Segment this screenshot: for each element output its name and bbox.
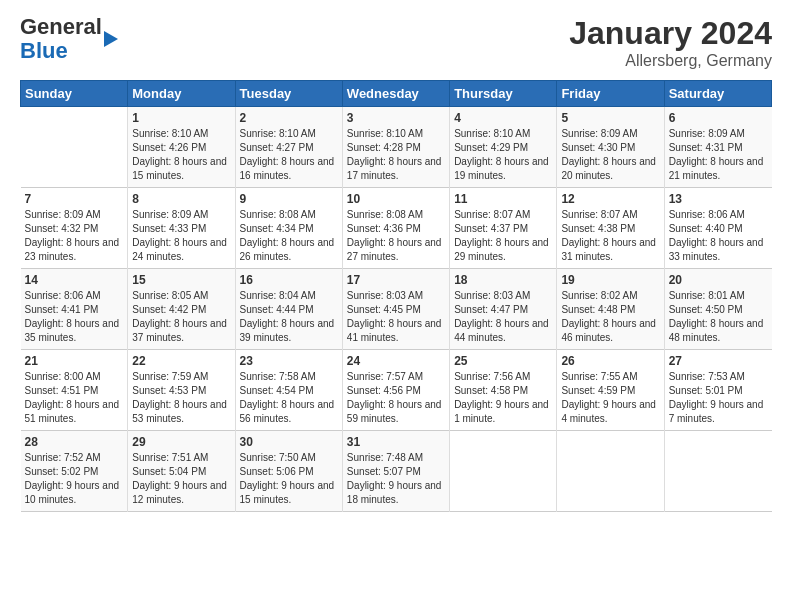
- cell-w2-d2: 16Sunrise: 8:04 AMSunset: 4:44 PMDayligh…: [235, 269, 342, 350]
- cell-w1-d1: 8Sunrise: 8:09 AMSunset: 4:33 PMDaylight…: [128, 188, 235, 269]
- main-container: General Blue January 2024 Allersberg, Ge…: [0, 0, 792, 522]
- cell-w2-d3: 17Sunrise: 8:03 AMSunset: 4:45 PMDayligh…: [342, 269, 449, 350]
- logo: General Blue: [20, 15, 118, 63]
- cell-w3-d0: 21Sunrise: 8:00 AMSunset: 4:51 PMDayligh…: [21, 350, 128, 431]
- week-row-3: 21Sunrise: 8:00 AMSunset: 4:51 PMDayligh…: [21, 350, 772, 431]
- logo-arrow: [104, 31, 118, 47]
- cell-w0-d4: 4Sunrise: 8:10 AMSunset: 4:29 PMDaylight…: [450, 107, 557, 188]
- week-row-1: 7Sunrise: 8:09 AMSunset: 4:32 PMDaylight…: [21, 188, 772, 269]
- location: Allersberg, Germany: [569, 52, 772, 70]
- week-row-0: 1Sunrise: 8:10 AMSunset: 4:26 PMDaylight…: [21, 107, 772, 188]
- cell-w1-d4: 11Sunrise: 8:07 AMSunset: 4:37 PMDayligh…: [450, 188, 557, 269]
- title-block: January 2024 Allersberg, Germany: [569, 15, 772, 70]
- logo-text-block: General Blue: [20, 15, 118, 63]
- cell-w2-d6: 20Sunrise: 8:01 AMSunset: 4:50 PMDayligh…: [664, 269, 771, 350]
- col-friday: Friday: [557, 81, 664, 107]
- cell-w0-d3: 3Sunrise: 8:10 AMSunset: 4:28 PMDaylight…: [342, 107, 449, 188]
- cell-w4-d3: 31Sunrise: 7:48 AMSunset: 5:07 PMDayligh…: [342, 431, 449, 512]
- header: General Blue January 2024 Allersberg, Ge…: [20, 15, 772, 70]
- col-monday: Monday: [128, 81, 235, 107]
- cell-w3-d3: 24Sunrise: 7:57 AMSunset: 4:56 PMDayligh…: [342, 350, 449, 431]
- week-row-2: 14Sunrise: 8:06 AMSunset: 4:41 PMDayligh…: [21, 269, 772, 350]
- cell-w1-d0: 7Sunrise: 8:09 AMSunset: 4:32 PMDaylight…: [21, 188, 128, 269]
- cell-w4-d0: 28Sunrise: 7:52 AMSunset: 5:02 PMDayligh…: [21, 431, 128, 512]
- cell-w1-d6: 13Sunrise: 8:06 AMSunset: 4:40 PMDayligh…: [664, 188, 771, 269]
- cell-w3-d4: 25Sunrise: 7:56 AMSunset: 4:58 PMDayligh…: [450, 350, 557, 431]
- cell-w1-d5: 12Sunrise: 8:07 AMSunset: 4:38 PMDayligh…: [557, 188, 664, 269]
- cell-w4-d5: [557, 431, 664, 512]
- col-saturday: Saturday: [664, 81, 771, 107]
- col-thursday: Thursday: [450, 81, 557, 107]
- logo-general: General Blue: [20, 15, 102, 63]
- cell-w1-d2: 9Sunrise: 8:08 AMSunset: 4:34 PMDaylight…: [235, 188, 342, 269]
- cell-w2-d1: 15Sunrise: 8:05 AMSunset: 4:42 PMDayligh…: [128, 269, 235, 350]
- cell-w4-d2: 30Sunrise: 7:50 AMSunset: 5:06 PMDayligh…: [235, 431, 342, 512]
- cell-w3-d5: 26Sunrise: 7:55 AMSunset: 4:59 PMDayligh…: [557, 350, 664, 431]
- cell-w0-d2: 2Sunrise: 8:10 AMSunset: 4:27 PMDaylight…: [235, 107, 342, 188]
- col-tuesday: Tuesday: [235, 81, 342, 107]
- cell-w4-d4: [450, 431, 557, 512]
- cell-w3-d1: 22Sunrise: 7:59 AMSunset: 4:53 PMDayligh…: [128, 350, 235, 431]
- col-sunday: Sunday: [21, 81, 128, 107]
- cell-w4-d6: [664, 431, 771, 512]
- cell-w2-d5: 19Sunrise: 8:02 AMSunset: 4:48 PMDayligh…: [557, 269, 664, 350]
- cell-w3-d2: 23Sunrise: 7:58 AMSunset: 4:54 PMDayligh…: [235, 350, 342, 431]
- cell-w4-d1: 29Sunrise: 7:51 AMSunset: 5:04 PMDayligh…: [128, 431, 235, 512]
- header-row: Sunday Monday Tuesday Wednesday Thursday…: [21, 81, 772, 107]
- cell-w0-d1: 1Sunrise: 8:10 AMSunset: 4:26 PMDaylight…: [128, 107, 235, 188]
- calendar-table: Sunday Monday Tuesday Wednesday Thursday…: [20, 80, 772, 512]
- calendar-header: Sunday Monday Tuesday Wednesday Thursday…: [21, 81, 772, 107]
- cell-w1-d3: 10Sunrise: 8:08 AMSunset: 4:36 PMDayligh…: [342, 188, 449, 269]
- cell-w2-d4: 18Sunrise: 8:03 AMSunset: 4:47 PMDayligh…: [450, 269, 557, 350]
- cell-w0-d0: [21, 107, 128, 188]
- week-row-4: 28Sunrise: 7:52 AMSunset: 5:02 PMDayligh…: [21, 431, 772, 512]
- cell-w2-d0: 14Sunrise: 8:06 AMSunset: 4:41 PMDayligh…: [21, 269, 128, 350]
- month-title: January 2024: [569, 15, 772, 52]
- cell-w0-d6: 6Sunrise: 8:09 AMSunset: 4:31 PMDaylight…: [664, 107, 771, 188]
- col-wednesday: Wednesday: [342, 81, 449, 107]
- calendar-body: 1Sunrise: 8:10 AMSunset: 4:26 PMDaylight…: [21, 107, 772, 512]
- cell-w0-d5: 5Sunrise: 8:09 AMSunset: 4:30 PMDaylight…: [557, 107, 664, 188]
- cell-w3-d6: 27Sunrise: 7:53 AMSunset: 5:01 PMDayligh…: [664, 350, 771, 431]
